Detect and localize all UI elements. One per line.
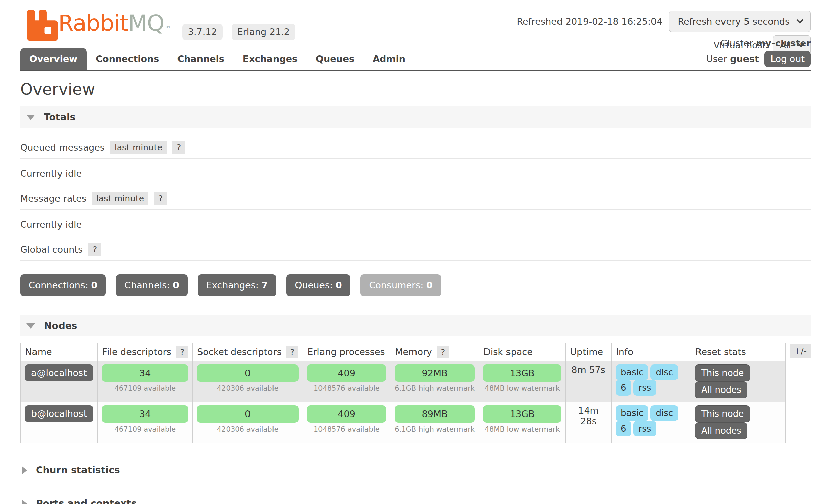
refresh-interval-select[interactable]: Refresh every 5 seconds [669,11,811,32]
section-churn-statistics[interactable]: Churn statistics [20,460,811,480]
node-row-a: a@localhost 34467109 available 0420306 a… [21,361,786,402]
nodes-table: Name File descriptors ? Socket descripto… [20,343,786,443]
tab-channels[interactable]: Channels [168,48,233,70]
stats-mode-badge: basic [616,405,649,421]
totals-section-header[interactable]: Totals [20,106,811,128]
cores-badge: 6 [616,380,632,396]
queued-messages-row: Queued messages last minute ? [20,141,811,159]
col-uptime: Uptime [566,343,612,361]
message-rates-label: Message rates [20,193,87,204]
node-row-b: b@localhost 34467109 available 0420306 a… [21,402,786,443]
reset-this-node-button[interactable]: This node [695,364,750,381]
version-badge: 3.7.12 [182,24,223,40]
expand-icon [22,499,27,504]
file-descriptors-cell: 34467109 available [98,361,193,402]
nodes-table-header-row: Name File descriptors ? Socket descripto… [21,343,786,361]
file-descriptors-help-icon[interactable]: ? [176,346,188,358]
tab-admin[interactable]: Admin [363,48,414,70]
node-type-badge: disc [650,364,678,380]
rabbitmq-logo[interactable]: RabbitMQ™ [27,9,171,43]
section-ports-and-contexts[interactable]: Ports and contexts [20,494,811,504]
tab-connections[interactable]: Connections [87,48,168,70]
collapse-icon [26,323,35,329]
refreshed-timestamp: Refreshed 2019-02-18 16:25:04 [517,16,662,27]
col-memory: Memory ? [390,343,479,361]
queues-count-button[interactable]: Queues: 0 [286,274,350,296]
message-rates-help-icon[interactable]: ? [154,192,167,205]
reset-this-node-button[interactable]: This node [695,405,750,422]
uptime-cell: 8m 57s [566,361,612,402]
expand-icon [22,466,27,475]
user-info: User guest [706,54,759,64]
tab-overview[interactable]: Overview [20,48,87,70]
memory-strategy-badge: rss [633,421,656,436]
info-cell: basicdisc6rss [611,361,691,402]
memory-cell: 92MB6.1GB high watermark [390,361,479,402]
message-rates-value: Currently idle [20,219,811,230]
info-cell: basicdisc6rss [611,402,691,443]
queued-messages-period-badge[interactable]: last minute [110,141,167,154]
node-type-badge: disc [650,405,678,421]
disk-space-cell: 13GB48MB low watermark [479,361,566,402]
queued-messages-help-icon[interactable]: ? [172,141,185,154]
message-rates-row: Message rates last minute ? [20,192,811,210]
chevron-down-icon [796,17,803,24]
memory-cell: 89MB6.1GB high watermark [390,402,479,443]
user-name: guest [730,54,759,64]
node-name-badge[interactable]: b@localhost [25,405,93,422]
nodes-section-header[interactable]: Nodes [20,315,811,336]
global-counts-help-icon[interactable]: ? [88,243,101,256]
exchanges-count-button[interactable]: Exchanges: 7 [198,274,276,296]
socket-descriptors-cell: 0420306 available [193,361,303,402]
message-rates-period-badge[interactable]: last minute [92,192,148,205]
toggle-columns-button[interactable]: +/- [790,344,811,358]
rabbitmq-management-page: RabbitMQ™ 3.7.12 Erlang 21.2 Refreshed 2… [0,0,831,504]
queued-messages-label: Queued messages [20,142,105,153]
global-counts-row: Global counts ? [20,243,811,261]
erlang-version-badge: Erlang 21.2 [232,24,295,40]
logout-button[interactable]: Log out [764,51,811,67]
col-erlang-processes: Erlang processes [303,343,390,361]
reset-all-nodes-button[interactable]: All nodes [695,381,747,398]
queued-messages-value: Currently idle [20,168,811,179]
col-socket-descriptors: Socket descriptors ? [193,343,303,361]
socket-descriptors-cell: 0420306 available [193,402,303,443]
stats-mode-badge: basic [616,364,649,380]
erlang-processes-cell: 4091048576 available [303,361,390,402]
col-disk-space: Disk space [479,343,566,361]
reset-all-nodes-button[interactable]: All nodes [695,422,747,439]
col-info: Info [611,343,691,361]
node-name-badge[interactable]: a@localhost [25,364,93,381]
global-counts-label: Global counts [20,244,83,255]
tab-exchanges[interactable]: Exchanges [234,48,307,70]
col-file-descriptors: File descriptors ? [98,343,193,361]
collapse-icon [26,115,35,120]
connections-count-button[interactable]: Connections: 0 [20,274,106,296]
col-name: Name [21,343,98,361]
socket-descriptors-help-icon[interactable]: ? [286,346,298,358]
channels-count-button[interactable]: Channels: 0 [116,274,187,296]
col-reset-stats: Reset stats [691,343,785,361]
rabbitmq-rabbit-icon [27,10,58,43]
memory-help-icon[interactable]: ? [437,346,449,358]
disk-space-cell: 13GB48MB low watermark [479,402,566,443]
cores-badge: 6 [616,421,632,436]
file-descriptors-cell: 34467109 available [98,402,193,443]
tab-queues[interactable]: Queues [307,48,363,70]
uptime-cell: 14m 28s [566,402,612,443]
rabbitmq-wordmark: RabbitMQ™ [58,9,171,43]
reset-stats-cell: This nodeAll nodes [691,361,785,402]
consumers-count-button[interactable]: Consumers: 0 [360,274,441,296]
memory-strategy-badge: rss [633,380,656,396]
global-count-buttons: Connections: 0 Channels: 0 Exchanges: 7 … [20,274,811,296]
erlang-processes-cell: 4091048576 available [303,402,390,443]
cluster-info: Cluster my-cluster [706,38,811,48]
reset-stats-cell: This nodeAll nodes [691,402,785,443]
page-title: Overview [20,80,811,98]
